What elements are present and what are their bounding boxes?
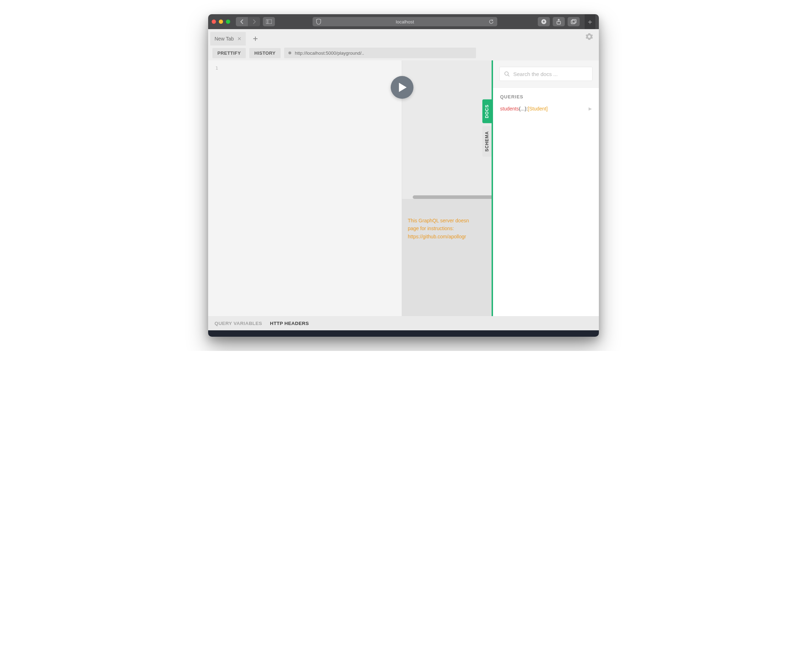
reload-icon[interactable] <box>489 19 494 24</box>
downloads-button[interactable] <box>538 17 550 26</box>
privacy-shield-icon <box>316 19 321 25</box>
maximize-window-button[interactable] <box>226 20 230 24</box>
side-rail: DOCS SCHEMA <box>482 100 492 157</box>
svg-rect-4 <box>571 20 575 24</box>
svg-rect-0 <box>266 20 272 24</box>
back-button[interactable] <box>236 17 248 26</box>
prettify-button[interactable]: PRETTIFY <box>213 48 246 58</box>
browser-window: localhost ＋ New Tab ✕ <box>208 14 599 337</box>
share-button[interactable] <box>553 17 565 26</box>
minimize-window-button[interactable] <box>219 20 223 24</box>
run-query-button[interactable] <box>391 76 413 99</box>
new-browser-tab-button[interactable]: ＋ <box>584 14 595 29</box>
endpoint-input[interactable]: http://localhost:5000/playground/.. <box>284 48 476 58</box>
status-bar <box>208 330 599 337</box>
endpoint-status-icon <box>289 51 291 54</box>
playground-tab-active[interactable]: New Tab ✕ <box>210 32 246 45</box>
svg-rect-5 <box>572 20 576 23</box>
search-icon <box>504 71 510 77</box>
playground-main: 1 Hit the get a This GraphQL server does… <box>208 60 599 316</box>
query-editor[interactable]: 1 <box>208 60 402 316</box>
playground-tabs: New Tab ✕ <box>208 29 599 45</box>
nav-buttons <box>236 17 260 26</box>
tab-label: New Tab <box>214 36 234 41</box>
browser-titlebar: localhost ＋ <box>208 14 599 29</box>
endpoint-url: http://localhost:5000/playground/.. <box>295 50 364 56</box>
address-host: localhost <box>396 19 414 25</box>
add-playground-tab-button[interactable] <box>249 32 261 45</box>
settings-button[interactable] <box>585 33 593 40</box>
close-tab-icon[interactable]: ✕ <box>237 36 242 41</box>
bottom-tabs: QUERY VARIABLES HTTP HEADERS <box>208 316 599 330</box>
query-editor-pane: 1 <box>208 60 402 316</box>
line-gutter: 1 <box>208 65 223 316</box>
docs-section-heading: QUERIES <box>500 94 592 100</box>
playground-toolbar: PRETTIFY HISTORY http://localhost:5000/p… <box>208 45 599 60</box>
toolbar-right <box>538 17 580 26</box>
address-bar[interactable]: localhost <box>312 17 497 26</box>
chevron-right-icon: ▶ <box>589 106 592 111</box>
history-button[interactable]: HISTORY <box>249 48 281 58</box>
docs-body: QUERIES students (...): [Student] ▶ <box>493 88 599 316</box>
query-entry-students[interactable]: students (...): [Student] ▶ <box>500 106 592 111</box>
docs-search-input[interactable] <box>513 71 588 77</box>
docs-panel: QUERIES students (...): [Student] ▶ <box>492 60 599 316</box>
schema-tab[interactable]: SCHEMA <box>482 126 492 157</box>
tabs-overview-button[interactable] <box>568 17 580 26</box>
close-window-button[interactable] <box>212 20 216 24</box>
docs-tab[interactable]: DOCS <box>482 100 492 123</box>
http-headers-tab[interactable]: HTTP HEADERS <box>270 321 309 326</box>
forward-button[interactable] <box>248 17 260 26</box>
query-name: students <box>500 106 519 111</box>
query-return-type: [Student] <box>528 106 548 111</box>
docs-search-box[interactable] <box>500 67 593 81</box>
window-controls <box>212 20 230 24</box>
query-variables-tab[interactable]: QUERY VARIABLES <box>214 321 262 326</box>
svg-point-6 <box>505 72 508 75</box>
docs-search-area <box>493 60 599 88</box>
sidebar-toggle-button[interactable] <box>263 17 275 26</box>
svg-line-7 <box>508 75 509 76</box>
line-number: 1 <box>208 65 218 71</box>
query-args: (...): <box>519 106 528 111</box>
